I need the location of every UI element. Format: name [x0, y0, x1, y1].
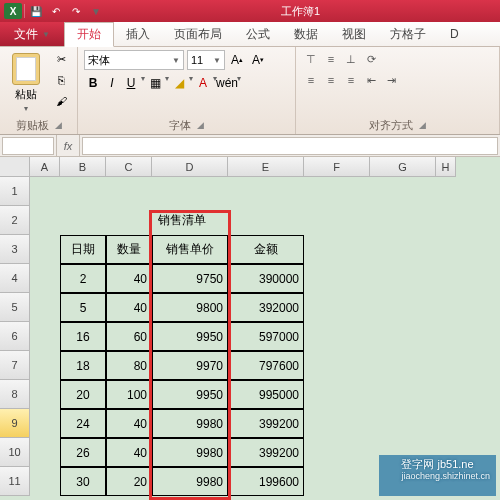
tab-file[interactable]: 文件▼ [0, 22, 64, 46]
cell[interactable]: 24 [60, 409, 106, 438]
format-painter-button[interactable]: 🖌 [51, 92, 71, 110]
redo-icon[interactable]: ↷ [67, 3, 85, 19]
cell[interactable]: 100 [106, 380, 152, 409]
phonetic-button[interactable]: wén [218, 74, 236, 92]
bold-button[interactable]: B [84, 74, 102, 92]
chevron-down-icon[interactable]: ▾ [165, 74, 169, 92]
cell[interactable]: 40 [106, 293, 152, 322]
align-left-icon[interactable]: ≡ [302, 71, 320, 89]
cell[interactable]: 797600 [228, 351, 304, 380]
column-header[interactable]: B [60, 157, 106, 177]
decrease-font-icon[interactable]: A▾ [249, 51, 267, 69]
column-header[interactable]: H [436, 157, 456, 177]
cell[interactable]: 199600 [228, 467, 304, 496]
row-header[interactable]: 4 [0, 264, 30, 293]
cell[interactable]: 399200 [228, 409, 304, 438]
row-header[interactable]: 5 [0, 293, 30, 322]
cell[interactable]: 30 [60, 467, 106, 496]
cell[interactable]: 26 [60, 438, 106, 467]
cell[interactable]: 995000 [228, 380, 304, 409]
fill-color-button[interactable]: ◢ [170, 74, 188, 92]
dialog-launcher-icon[interactable]: ◢ [55, 120, 62, 130]
cell[interactable]: 5 [60, 293, 106, 322]
row-header[interactable]: 1 [0, 177, 30, 206]
tab-view[interactable]: 视图 [330, 22, 378, 46]
column-header[interactable]: A [30, 157, 60, 177]
cell[interactable]: 9980 [152, 409, 228, 438]
cell[interactable]: 9980 [152, 438, 228, 467]
cell[interactable]: 9750 [152, 264, 228, 293]
cell[interactable]: 9800 [152, 293, 228, 322]
cell[interactable]: 9950 [152, 322, 228, 351]
cell[interactable]: 40 [106, 409, 152, 438]
cell[interactable]: 392000 [228, 293, 304, 322]
cell[interactable]: 数量 [106, 235, 152, 264]
chevron-down-icon[interactable]: ▾ [189, 74, 193, 92]
cell[interactable]: 销售单价 [152, 235, 228, 264]
undo-icon[interactable]: ↶ [47, 3, 65, 19]
font-color-button[interactable]: A [194, 74, 212, 92]
column-header[interactable]: C [106, 157, 152, 177]
align-bottom-icon[interactable]: ⊥ [342, 50, 360, 68]
row-header[interactable]: 9 [0, 409, 30, 438]
select-all-corner[interactable] [0, 157, 30, 177]
cell[interactable]: 18 [60, 351, 106, 380]
row-header[interactable]: 3 [0, 235, 30, 264]
cell[interactable]: 390000 [228, 264, 304, 293]
cell[interactable]: 9980 [152, 467, 228, 496]
row-header[interactable]: 7 [0, 351, 30, 380]
row-header[interactable]: 8 [0, 380, 30, 409]
row-header[interactable]: 11 [0, 467, 30, 496]
cell[interactable]: 金额 [228, 235, 304, 264]
cell[interactable]: 9970 [152, 351, 228, 380]
font-name-select[interactable]: 宋体▼ [84, 50, 184, 70]
align-middle-icon[interactable]: ≡ [322, 50, 340, 68]
tab-home[interactable]: 开始 [64, 22, 114, 47]
row-header[interactable]: 10 [0, 438, 30, 467]
cell[interactable]: 40 [106, 438, 152, 467]
cell[interactable]: 40 [106, 264, 152, 293]
cell[interactable]: 597000 [228, 322, 304, 351]
cell[interactable]: 20 [60, 380, 106, 409]
tab-page-layout[interactable]: 页面布局 [162, 22, 234, 46]
chevron-down-icon[interactable]: ▾ [141, 74, 145, 92]
worksheet-grid[interactable]: ABCDEFGH 1234567891011 销售清单日期数量销售单价金额240… [0, 157, 500, 500]
cell[interactable]: 60 [106, 322, 152, 351]
chevron-down-icon[interactable]: ▾ [237, 74, 241, 92]
paste-button[interactable]: 粘贴 ▾ [6, 50, 45, 116]
cell[interactable]: 9950 [152, 380, 228, 409]
column-header[interactable]: E [228, 157, 304, 177]
tab-data[interactable]: 数据 [282, 22, 330, 46]
tab-fanggezi[interactable]: 方格子 [378, 22, 438, 46]
increase-indent-icon[interactable]: ⇥ [382, 71, 400, 89]
cell[interactable]: 销售清单 [60, 206, 304, 235]
underline-button[interactable]: U [122, 74, 140, 92]
fx-icon[interactable]: fx [56, 135, 80, 156]
cut-button[interactable]: ✂ [51, 50, 71, 68]
cell[interactable]: 80 [106, 351, 152, 380]
borders-button[interactable]: ▦ [146, 74, 164, 92]
decrease-indent-icon[interactable]: ⇤ [362, 71, 380, 89]
tab-d[interactable]: D [438, 22, 471, 46]
column-header[interactable]: G [370, 157, 436, 177]
dialog-launcher-icon[interactable]: ◢ [197, 120, 204, 130]
formula-input[interactable] [82, 137, 498, 155]
cell[interactable]: 2 [60, 264, 106, 293]
copy-button[interactable]: ⎘ [51, 71, 71, 89]
cell[interactable]: 399200 [228, 438, 304, 467]
cell[interactable]: 20 [106, 467, 152, 496]
orientation-icon[interactable]: ⟳ [362, 50, 380, 68]
row-header[interactable]: 2 [0, 206, 30, 235]
increase-font-icon[interactable]: A▴ [228, 51, 246, 69]
tab-formulas[interactable]: 公式 [234, 22, 282, 46]
align-top-icon[interactable]: ⊤ [302, 50, 320, 68]
column-header[interactable]: F [304, 157, 370, 177]
name-box[interactable] [2, 137, 54, 155]
align-center-icon[interactable]: ≡ [322, 71, 340, 89]
align-right-icon[interactable]: ≡ [342, 71, 360, 89]
font-size-select[interactable]: 11▼ [187, 50, 225, 70]
dialog-launcher-icon[interactable]: ◢ [419, 120, 426, 130]
italic-button[interactable]: I [103, 74, 121, 92]
tab-insert[interactable]: 插入 [114, 22, 162, 46]
qat-dropdown-icon[interactable]: ▼ [87, 3, 105, 19]
